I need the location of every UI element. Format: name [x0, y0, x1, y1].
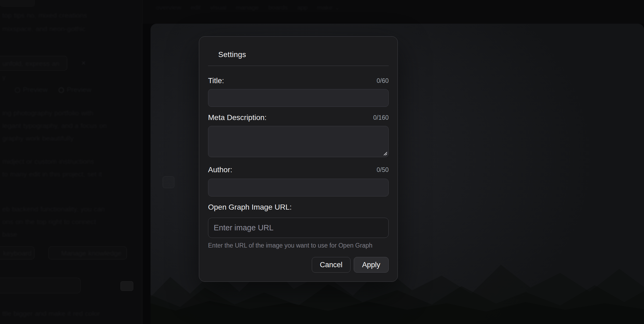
topbar-item: overview	[156, 4, 181, 11]
sidebar-dimmed-button: Manage knowledge	[48, 246, 127, 259]
sidebar-option-label: Preview	[67, 86, 91, 94]
sidebar-chip-label: unfold, express an	[2, 59, 59, 68]
sidebar-dimmed-text: ttle bigger and make it red color	[2, 309, 100, 318]
author-input[interactable]	[208, 179, 389, 196]
sidebar-dimmed-text: legant typography, and a focus on	[2, 122, 107, 130]
topbar-item: edit	[191, 4, 201, 11]
topbar-item: visual	[210, 4, 226, 11]
sidebar-option-1: Preview	[15, 86, 48, 94]
sidebar-dimmed-text: eb backend functionality, you can	[2, 205, 105, 213]
title-label: Title:	[208, 76, 224, 85]
meta-description-textarea[interactable]	[208, 126, 389, 157]
sidebar-dimmed-text: midject or custom instructions	[2, 157, 94, 166]
close-icon: ✕	[80, 60, 87, 67]
sidebar-dimmed-text: ons on the top right to connect	[2, 218, 96, 226]
sidebar-dimmed-chip: unfold, express an	[0, 56, 67, 71]
sidebar-dimmed-text: to many edit in this project, set it	[2, 170, 102, 178]
sidebar-dimmed-text: top tips no, mixed creations	[2, 11, 87, 20]
title-input[interactable]	[208, 89, 389, 107]
radio-icon	[15, 87, 20, 93]
apply-button[interactable]: Apply	[354, 257, 389, 273]
topbar-item: manage	[236, 4, 259, 11]
topbar-item: app	[297, 4, 308, 11]
sidebar-button-label: keyboard	[3, 249, 32, 258]
topbar-dimmed-menu: overview edit visual manage boards app m…	[156, 4, 340, 11]
sidebar-button-label: Manage knowledge	[61, 249, 122, 258]
cancel-button[interactable]: Cancel	[312, 257, 350, 273]
og-image-url-label: Open Graph Image URL:	[208, 203, 292, 212]
og-image-url-input[interactable]	[208, 218, 389, 238]
author-field-header: Author: 0/50	[208, 165, 389, 174]
meta-description-field-header: Meta Description: 0/160	[208, 113, 389, 122]
title-field-header: Title: 0/60	[208, 76, 389, 85]
sidebar-dimmed-text: ing photography portfolio with	[2, 109, 94, 117]
author-char-counter: 0/50	[377, 165, 389, 174]
sidebar-send-button	[120, 281, 133, 291]
radio-icon	[59, 87, 64, 93]
background-sidebar: top tips no, mixed creations mixspace, a…	[0, 0, 142, 324]
sidebar-dimmed-text: y	[2, 73, 6, 82]
meta-description-label: Meta Description:	[208, 113, 267, 122]
og-image-helper-text: Enter the URL of the image you want to u…	[208, 242, 389, 249]
topbar-item: boards	[268, 4, 288, 11]
sidebar-dimmed-text: graphy work beautifully	[2, 134, 74, 143]
dialog-title: Settings	[208, 50, 389, 59]
dialog-footer: Cancel Apply	[208, 257, 389, 273]
canvas-mini-button	[163, 176, 174, 188]
topbar-item: make ⌄	[317, 4, 340, 11]
background-topbar: overview edit visual manage boards app m…	[142, 0, 644, 24]
og-image-field-header: Open Graph Image URL:	[208, 203, 389, 212]
sidebar-dimmed-input	[0, 278, 81, 293]
divider	[208, 66, 389, 66]
sidebar-option-label: Preview	[23, 86, 48, 94]
sidebar-dimmed-text: base	[2, 230, 17, 239]
title-char-counter: 0/60	[377, 76, 389, 85]
meta-description-char-counter: 0/160	[373, 113, 389, 122]
sidebar-option-2: Preview	[59, 86, 91, 94]
sidebar-dimmed-button: keyboard	[0, 246, 34, 259]
settings-dialog: Settings Title: 0/60 Meta Description: 0…	[199, 36, 398, 282]
sidebar-dimmed-text: mixspace, and neon-gothic	[2, 25, 86, 33]
background-tab	[0, 0, 35, 7]
author-label: Author:	[208, 165, 232, 174]
